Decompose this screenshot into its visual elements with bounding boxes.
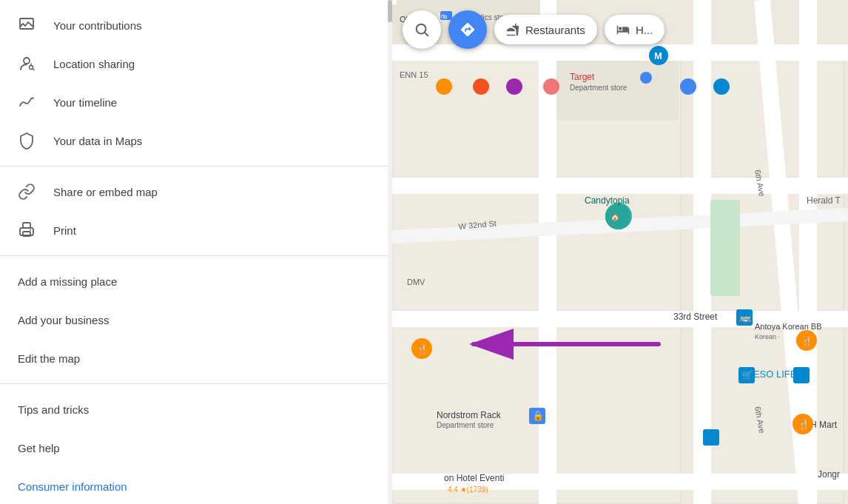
data-maps-label: Your data in Maps bbox=[53, 135, 142, 147]
svg-text:DMV: DMV bbox=[407, 278, 425, 286]
svg-rect-3 bbox=[23, 223, 30, 228]
svg-text:33rd Street: 33rd Street bbox=[673, 312, 718, 322]
location-sharing-icon bbox=[18, 55, 53, 73]
svg-text:Jongr: Jongr bbox=[818, 469, 840, 480]
tips-label: Tips and tricks bbox=[18, 403, 89, 416]
svg-text:🚌: 🚌 bbox=[739, 311, 752, 323]
svg-text:Department store: Department store bbox=[570, 84, 627, 92]
scrollbar[interactable] bbox=[388, 0, 392, 504]
menu-item-data-maps[interactable]: Your data in Maps bbox=[0, 121, 392, 160]
menu-item-share[interactable]: Share or embed map bbox=[0, 172, 392, 211]
timeline-icon bbox=[18, 93, 53, 111]
tools-section: Share or embed map Print bbox=[0, 166, 392, 255]
menu-item-print[interactable]: Print bbox=[0, 211, 392, 249]
restaurants-button[interactable]: Restaurants bbox=[494, 15, 597, 44]
edit-section: Add a missing place Add your business Ed… bbox=[0, 255, 392, 383]
search-button[interactable] bbox=[403, 10, 441, 49]
get-help-label: Get help bbox=[18, 442, 60, 454]
svg-text:Candytopia: Candytopia bbox=[585, 195, 630, 206]
svg-text:M: M bbox=[654, 50, 662, 61]
svg-point-73 bbox=[506, 78, 522, 95]
hotels-label: H... bbox=[636, 24, 653, 36]
svg-rect-58 bbox=[703, 429, 719, 446]
contributions-icon bbox=[18, 16, 53, 34]
svg-text:4.4 ★(1739): 4.4 ★(1739) bbox=[448, 485, 488, 494]
svg-point-72 bbox=[473, 78, 489, 95]
menu-item-contributions[interactable]: Your contributions bbox=[0, 6, 392, 44]
svg-text:Antoya Korean BB: Antoya Korean BB bbox=[755, 322, 822, 331]
menu-item-tips[interactable]: Tips and tricks bbox=[0, 390, 392, 429]
svg-text:🍴: 🍴 bbox=[417, 343, 428, 355]
svg-text:🍴: 🍴 bbox=[801, 335, 812, 346]
account-section: Your contributions Location sharing bbox=[0, 0, 392, 166]
svg-rect-36 bbox=[640, 72, 652, 84]
add-missing-place-label: Add a missing place bbox=[18, 275, 117, 288]
svg-rect-9 bbox=[392, 192, 540, 311]
menu-item-location-sharing[interactable]: Location sharing bbox=[0, 44, 392, 83]
map-area[interactable]: Restaurants H... bbox=[392, 0, 848, 504]
svg-text:Herald T: Herald T bbox=[807, 195, 841, 206]
svg-point-74 bbox=[713, 78, 730, 95]
menu-item-get-help[interactable]: Get help bbox=[0, 429, 392, 467]
svg-point-71 bbox=[436, 78, 452, 95]
svg-text:Nordstrom Rack: Nordstrom Rack bbox=[437, 410, 502, 420]
menu-item-add-business[interactable]: Add your business bbox=[0, 300, 392, 339]
svg-text:Korean ·: Korean · bbox=[755, 333, 780, 340]
search-icon bbox=[414, 21, 430, 38]
svg-rect-4 bbox=[23, 232, 30, 236]
svg-point-5 bbox=[30, 229, 31, 231]
add-business-label: Add your business bbox=[18, 314, 109, 326]
restaurant-icon bbox=[506, 23, 519, 36]
menu-item-consumer-info[interactable]: Consumer information bbox=[0, 467, 392, 504]
svg-rect-22 bbox=[693, 0, 711, 504]
share-icon bbox=[18, 183, 53, 201]
timeline-label: Your timeline bbox=[53, 96, 117, 109]
svg-rect-24 bbox=[710, 200, 740, 296]
svg-rect-21 bbox=[539, 0, 556, 504]
svg-rect-28 bbox=[392, 0, 397, 4]
map-toolbar: Restaurants H... bbox=[392, 10, 848, 49]
hotels-button[interactable]: H... bbox=[605, 15, 664, 44]
svg-text:🏠: 🏠 bbox=[610, 212, 620, 222]
menu-item-edit-map[interactable]: Edit the map bbox=[0, 339, 392, 377]
print-label: Print bbox=[53, 224, 76, 237]
print-icon bbox=[18, 221, 53, 239]
directions-button[interactable] bbox=[448, 10, 487, 49]
hotels-icon bbox=[616, 23, 630, 36]
data-maps-icon bbox=[18, 132, 53, 149]
menu-item-add-missing-place[interactable]: Add a missing place bbox=[0, 262, 392, 300]
contributions-label: Your contributions bbox=[53, 19, 142, 32]
location-sharing-label: Location sharing bbox=[53, 58, 135, 70]
svg-text:ENN 15: ENN 15 bbox=[400, 70, 428, 79]
help-section: Tips and tricks Get help Consumer inform… bbox=[0, 383, 392, 504]
svg-text:Target: Target bbox=[570, 72, 595, 82]
edit-map-label: Edit the map bbox=[18, 352, 80, 365]
svg-text:on Hotel Eventi: on Hotel Eventi bbox=[444, 473, 504, 483]
svg-text:TESO LIFE: TESO LIFE bbox=[747, 369, 797, 380]
svg-text:🛒: 🛒 bbox=[741, 369, 754, 381]
svg-point-70 bbox=[543, 78, 559, 95]
map-background: DMV Old Navy 🛍 Cosmetics store Target De… bbox=[392, 0, 848, 504]
sidebar: Your contributions Location sharing bbox=[0, 0, 392, 504]
svg-text:Department store: Department store bbox=[437, 421, 494, 429]
restaurants-label: Restaurants bbox=[525, 24, 585, 36]
scrollbar-thumb[interactable] bbox=[388, 0, 392, 22]
svg-text:🔒: 🔒 bbox=[532, 409, 545, 422]
svg-point-1 bbox=[24, 58, 30, 64]
svg-point-69 bbox=[680, 78, 696, 95]
consumer-info-label: Consumer information bbox=[18, 480, 127, 493]
svg-rect-53 bbox=[793, 367, 810, 383]
svg-text:🍴: 🍴 bbox=[798, 418, 810, 431]
menu-item-timeline[interactable]: Your timeline bbox=[0, 83, 392, 121]
svg-text:H Mart: H Mart bbox=[810, 420, 838, 430]
directions-icon bbox=[460, 21, 476, 38]
share-label: Share or embed map bbox=[53, 186, 158, 198]
